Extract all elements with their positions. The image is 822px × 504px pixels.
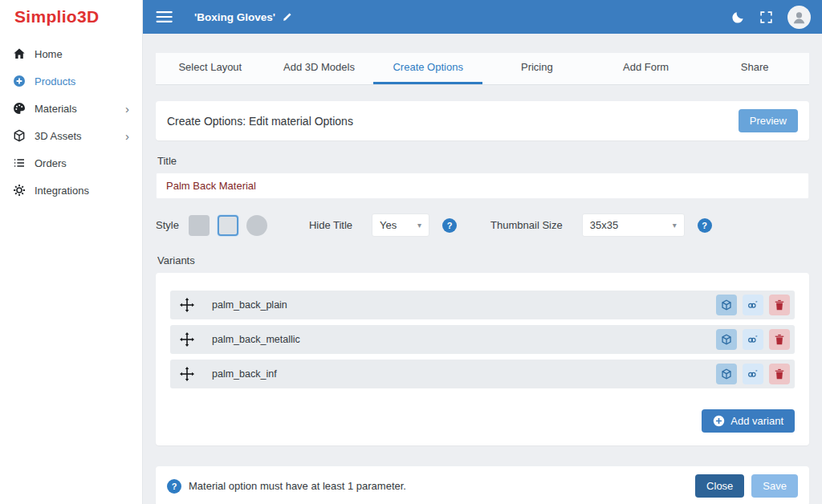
add-variant-row: Add variant (170, 409, 795, 433)
tab-create-options[interactable]: Create Options (373, 53, 482, 84)
product-title-text: 'Boxing Gloves' (194, 11, 275, 23)
variant-link-button[interactable]: * (743, 364, 763, 384)
chevron-right-icon (125, 130, 129, 142)
variant-actions: * (716, 295, 790, 315)
sidebar-item-label: Integrations (35, 185, 89, 197)
main-column: 'Boxing Gloves' Select L (143, 0, 822, 504)
product-title: 'Boxing Gloves' (194, 11, 292, 23)
footer-card: Material option must have at least 1 par… (156, 466, 809, 504)
variant-delete-button[interactable] (769, 364, 790, 384)
add-variant-button[interactable]: Add variant (702, 409, 795, 433)
variant-name: palm_back_inf (212, 368, 277, 380)
style-swatch-circle[interactable] (246, 215, 267, 236)
sidebar-item-integrations[interactable]: Integrations (0, 177, 142, 204)
brand-logo-text-2: 3D (77, 7, 99, 26)
variants-label: Variants (157, 254, 808, 266)
close-button[interactable]: Close (695, 474, 744, 498)
brand-logo-text-1: Simplio (14, 7, 77, 26)
drag-move-icon[interactable] (180, 332, 194, 347)
topbar-actions (731, 6, 811, 29)
thumbnail-size-help-icon[interactable] (698, 218, 712, 233)
title-input[interactable] (156, 173, 809, 199)
section-title: Create Options: Edit material Options (167, 115, 353, 128)
sidebar-item-orders[interactable]: Orders (0, 149, 142, 177)
variant-name: palm_back_metallic (212, 334, 300, 345)
title-field-label: Title (157, 155, 808, 167)
section-header-card: Create Options: Edit material Options Pr… (156, 101, 809, 140)
caret-down-icon (417, 221, 421, 230)
footer-note: Material option must have at least 1 par… (189, 480, 406, 492)
hide-title-help-icon[interactable] (442, 218, 457, 233)
app-window: Simplio3D Home Products Materials (0, 0, 822, 504)
home-icon (13, 47, 26, 60)
tab-pricing[interactable]: Pricing (482, 53, 592, 84)
thumbnail-size-select[interactable]: 35x35 (582, 213, 685, 237)
sidebar-nav: Home Products Materials 3D Assets (0, 34, 142, 204)
footer-actions: Close Save (695, 474, 798, 498)
edit-pencil-icon[interactable] (282, 12, 292, 22)
tab-add-3d-models[interactable]: Add 3D Models (265, 53, 374, 84)
content-area: Select Layout Add 3D Models Create Optio… (143, 34, 822, 504)
hide-title-value: Yes (380, 219, 397, 231)
variant-row: palm_back_metallic * (170, 325, 795, 354)
info-question-icon[interactable] (167, 479, 181, 494)
save-button[interactable]: Save (751, 474, 798, 498)
options-row: Style Hide Title Yes Thumbnail Size 35x3… (156, 213, 809, 237)
palette-icon (13, 102, 26, 115)
hide-title-label: Hide Title (309, 219, 352, 231)
style-label: Style (156, 219, 179, 231)
variant-delete-button[interactable] (769, 329, 790, 350)
plus-circle-icon (13, 75, 26, 87)
cube-icon (13, 129, 26, 142)
sidebar-item-3d-assets[interactable]: 3D Assets (0, 122, 142, 149)
sidebar-item-materials[interactable]: Materials (0, 95, 142, 122)
style-swatch-square[interactable] (189, 215, 210, 236)
chevron-right-icon (125, 103, 129, 115)
variant-name: palm_back_plain (212, 299, 287, 311)
user-avatar[interactable] (787, 6, 811, 29)
brand-logo[interactable]: Simplio3D (0, 0, 142, 34)
tab-select-layout[interactable]: Select Layout (156, 53, 265, 84)
preview-button[interactable]: Preview (739, 109, 798, 132)
variant-material-button[interactable] (716, 329, 737, 350)
variant-material-button[interactable] (716, 364, 737, 384)
dark-mode-moon-icon[interactable] (731, 10, 745, 24)
variant-row: palm_back_inf * (170, 360, 795, 388)
sidebar-item-products[interactable]: Products (0, 67, 142, 95)
variant-link-button[interactable]: * (743, 295, 763, 315)
plus-circle-icon (713, 415, 725, 427)
tab-add-form[interactable]: Add Form (592, 53, 701, 84)
sidebar-item-label: Materials (35, 103, 77, 115)
sidebar-item-label: Products (35, 75, 75, 87)
variant-row: palm_back_plain * (170, 291, 795, 319)
fullscreen-icon[interactable] (759, 10, 773, 24)
sidebar-item-label: Orders (35, 157, 67, 169)
variant-delete-button[interactable] (769, 295, 790, 315)
sidebar-item-home[interactable]: Home (0, 40, 142, 67)
wizard-tabs: Select Layout Add 3D Models Create Optio… (156, 53, 809, 85)
variant-material-button[interactable] (716, 295, 737, 315)
thumbnail-size-label: Thumbnail Size (490, 219, 563, 231)
tab-share[interactable]: Share (700, 53, 809, 84)
variants-card: palm_back_plain * (156, 273, 809, 445)
thumbnail-size-value: 35x35 (590, 219, 618, 231)
hide-title-select[interactable]: Yes (372, 213, 429, 237)
sidebar-item-label: Home (35, 48, 63, 60)
topbar: 'Boxing Gloves' (143, 0, 822, 34)
style-swatch-square-selected[interactable] (218, 215, 238, 236)
variant-actions: * (716, 329, 790, 350)
variant-link-button[interactable]: * (743, 329, 763, 350)
variant-actions: * (716, 364, 790, 384)
svg-text:*: * (755, 334, 758, 339)
sidebar: Simplio3D Home Products Materials (0, 0, 143, 504)
gear-icon (13, 184, 26, 197)
sidebar-item-label: 3D Assets (35, 130, 82, 142)
svg-text:*: * (755, 368, 758, 374)
add-variant-label: Add variant (730, 415, 783, 427)
caret-down-icon (673, 221, 677, 230)
svg-text:*: * (755, 299, 758, 305)
drag-move-icon[interactable] (180, 367, 194, 381)
drag-move-icon[interactable] (180, 298, 194, 312)
hamburger-menu-icon[interactable] (156, 10, 173, 23)
list-icon (13, 156, 26, 169)
